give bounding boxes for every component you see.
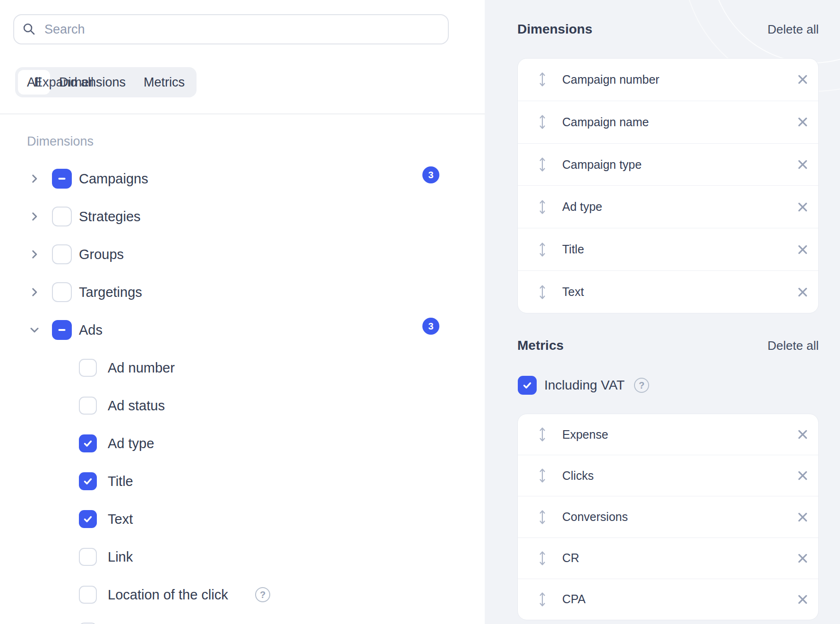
- including-vat-row[interactable]: Including VAT ?: [518, 376, 649, 395]
- dimensions-title: Dimensions: [517, 22, 592, 37]
- drag-handle-icon[interactable]: [539, 242, 546, 258]
- drag-handle-icon[interactable]: [539, 426, 546, 442]
- selected-metric-row: Conversions: [518, 496, 818, 537]
- tree-label[interactable]: Location of the click: [108, 587, 228, 603]
- remove-icon[interactable]: [797, 116, 809, 128]
- including-vat-checkbox[interactable]: [518, 376, 537, 395]
- tree-row-ad-status[interactable]: Ad status: [0, 387, 485, 425]
- tree-row-ad-number[interactable]: Ad number: [0, 349, 485, 387]
- row-label: Conversions: [562, 510, 628, 524]
- row-label: Expense: [562, 428, 608, 442]
- selected-metric-row: Clicks: [518, 455, 818, 496]
- chevron-right-icon[interactable]: [28, 173, 41, 185]
- ad-number-checkbox[interactable]: [79, 359, 97, 377]
- title-checkbox[interactable]: [79, 472, 97, 490]
- groups-checkbox[interactable]: [52, 244, 72, 264]
- tab-metrics[interactable]: Metrics: [135, 70, 194, 95]
- row-label: Clicks: [562, 469, 594, 483]
- row-label: Campaign type: [562, 158, 642, 172]
- tree-label[interactable]: Link: [108, 549, 133, 565]
- including-vat-label: Including VAT: [544, 378, 625, 393]
- remove-icon[interactable]: [797, 243, 809, 256]
- drag-handle-icon[interactable]: [539, 591, 546, 607]
- search-input[interactable]: [43, 22, 440, 37]
- divider: [0, 113, 485, 114]
- delete-all-metrics-link[interactable]: Delete all: [768, 338, 819, 353]
- selected-dimension-row: Campaign number: [518, 59, 818, 101]
- row-label: Campaign number: [562, 73, 660, 87]
- selected-dimension-row: Ad type: [518, 185, 818, 228]
- expand-all-link[interactable]: Expand all: [34, 67, 94, 97]
- help-icon[interactable]: ?: [634, 378, 649, 393]
- tree-label[interactable]: Text: [108, 511, 133, 527]
- selected-dimension-row: Title: [518, 228, 818, 270]
- remove-icon[interactable]: [797, 428, 809, 441]
- selected-dimension-row: Campaign type: [518, 143, 818, 186]
- drag-handle-icon[interactable]: [539, 114, 546, 130]
- check-icon: [522, 380, 533, 391]
- selected-metric-row: CPA: [518, 579, 818, 620]
- minus-icon: [56, 173, 68, 184]
- remove-icon[interactable]: [797, 73, 809, 86]
- tree-label[interactable]: Ads: [79, 322, 103, 338]
- remove-icon[interactable]: [797, 552, 809, 564]
- tree-label[interactable]: Title: [108, 474, 133, 489]
- selected-dimension-row: Campaign name: [518, 101, 818, 143]
- row-label: CPA: [562, 592, 586, 606]
- drag-handle-icon[interactable]: [539, 284, 546, 300]
- tree-row-link[interactable]: Link: [0, 538, 485, 576]
- drag-handle-icon[interactable]: [539, 199, 546, 215]
- drag-handle-icon[interactable]: [539, 550, 546, 566]
- help-icon[interactable]: ?: [255, 587, 270, 602]
- remove-icon[interactable]: [797, 201, 809, 213]
- tree-row-ads[interactable]: Ads 3: [0, 311, 485, 349]
- link-checkbox[interactable]: [79, 548, 97, 566]
- check-icon: [82, 476, 94, 487]
- delete-all-dimensions-link[interactable]: Delete all: [768, 22, 819, 37]
- campaigns-checkbox[interactable]: [52, 169, 72, 189]
- check-icon: [82, 513, 94, 525]
- tree-row-groups[interactable]: Groups: [0, 235, 485, 273]
- selected-dimension-row: Text: [518, 270, 818, 313]
- ad-status-checkbox[interactable]: [79, 397, 97, 415]
- remove-icon[interactable]: [797, 469, 809, 482]
- text-checkbox[interactable]: [79, 510, 97, 528]
- tree-label[interactable]: Campaigns: [79, 171, 148, 187]
- chevron-down-icon[interactable]: [28, 324, 41, 336]
- drag-handle-icon[interactable]: [539, 468, 546, 484]
- tree-label[interactable]: Ad number: [108, 360, 175, 376]
- targetings-checkbox[interactable]: [52, 282, 72, 302]
- ads-checkbox[interactable]: [52, 320, 72, 340]
- tree-row-ad-type[interactable]: Ad type: [0, 425, 485, 462]
- search-input-container[interactable]: [13, 14, 449, 44]
- tree-label[interactable]: Groups: [79, 247, 124, 262]
- ad-type-checkbox[interactable]: [79, 434, 97, 452]
- tree-row-targetings[interactable]: Targetings: [0, 273, 485, 311]
- drag-handle-icon[interactable]: [539, 156, 546, 173]
- tree-row-location-of-the-click[interactable]: Location of the click ?: [0, 576, 485, 614]
- row-label: Text: [562, 285, 584, 299]
- chevron-right-icon[interactable]: [28, 286, 41, 298]
- tree-label[interactable]: Targetings: [79, 285, 142, 300]
- fields-picker-panel: All Dimensions Metrics Expand all Dimens…: [0, 0, 485, 624]
- row-label: CR: [562, 551, 579, 565]
- remove-icon[interactable]: [797, 158, 809, 171]
- chevron-right-icon[interactable]: [28, 210, 41, 223]
- row-label: Title: [562, 243, 584, 256]
- remove-icon[interactable]: [797, 511, 809, 523]
- remove-icon[interactable]: [797, 286, 809, 298]
- tree-row-text[interactable]: Text: [0, 500, 485, 538]
- tree-label[interactable]: Ad type: [108, 436, 154, 451]
- drag-handle-icon[interactable]: [539, 71, 546, 87]
- check-icon: [82, 438, 94, 449]
- tree-label[interactable]: Strategies: [79, 209, 141, 225]
- tree-label[interactable]: Ad status: [108, 398, 165, 414]
- tree-row-strategies[interactable]: Strategies: [0, 198, 485, 235]
- location-of-the-click-checkbox[interactable]: [79, 586, 97, 604]
- chevron-right-icon[interactable]: [28, 248, 41, 260]
- tree-row-campaigns[interactable]: Campaigns 3: [0, 160, 485, 198]
- remove-icon[interactable]: [797, 593, 809, 606]
- strategies-checkbox[interactable]: [52, 207, 72, 226]
- tree-row-title[interactable]: Title: [0, 462, 485, 500]
- drag-handle-icon[interactable]: [539, 509, 546, 525]
